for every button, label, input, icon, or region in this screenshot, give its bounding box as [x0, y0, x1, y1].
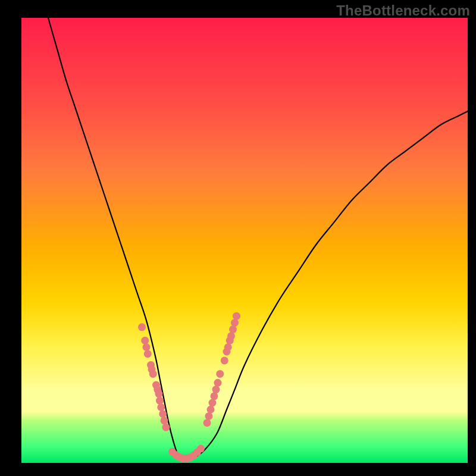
- data-dot: [221, 356, 228, 364]
- data-dot: [231, 319, 239, 327]
- data-dot: [203, 419, 211, 427]
- data-dot: [138, 323, 146, 331]
- data-dot: [212, 386, 220, 393]
- bottleneck-chart: [0, 0, 476, 476]
- watermark-text: TheBottleneck.com: [336, 2, 470, 19]
- data-dot: [156, 397, 164, 405]
- data-dot: [159, 410, 167, 418]
- data-dot: [209, 399, 217, 407]
- data-dot: [211, 392, 218, 400]
- data-dot: [162, 424, 170, 431]
- data-dot: [144, 350, 152, 358]
- chart-frame: TheBottleneck.com: [0, 0, 476, 476]
- plot-area: [21, 18, 468, 463]
- data-dot: [161, 416, 168, 424]
- data-dot: [141, 337, 149, 345]
- data-dot: [157, 403, 165, 411]
- data-dot: [155, 390, 163, 398]
- data-dot: [207, 406, 215, 414]
- data-dot: [143, 343, 151, 351]
- data-dot: [216, 370, 224, 378]
- data-dot: [149, 370, 157, 378]
- data-dot: [233, 312, 240, 320]
- data-dot: [229, 325, 237, 333]
- data-dot: [214, 379, 222, 387]
- data-dot: [224, 343, 232, 351]
- data-dot: [227, 332, 235, 340]
- data-dot: [205, 412, 213, 420]
- data-dot: [197, 445, 205, 453]
